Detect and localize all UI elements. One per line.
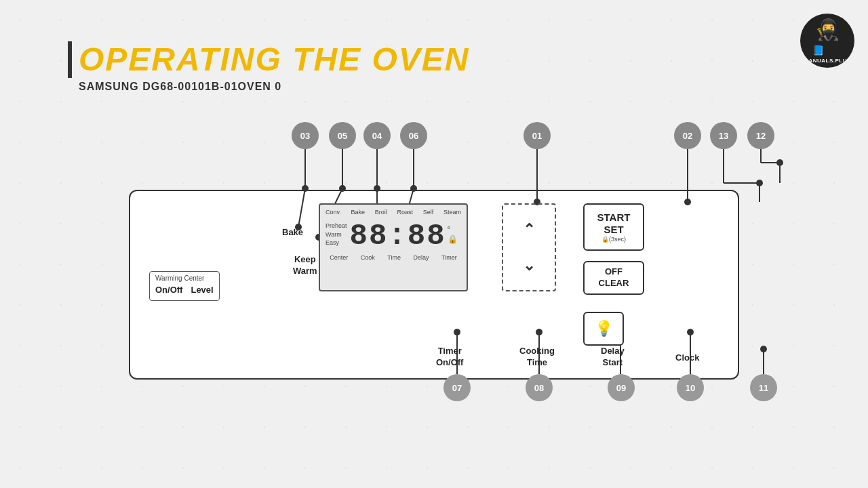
bake-label: Bake bbox=[282, 227, 303, 239]
delay-start-label: DelayStart bbox=[601, 346, 625, 369]
badge-04: 04 bbox=[363, 122, 391, 149]
off-clear-label: OFFCLEAR bbox=[599, 266, 629, 289]
badge-07: 07 bbox=[443, 374, 471, 401]
warming-center-label: Warming Center bbox=[155, 274, 214, 282]
indicator-delay: Delay bbox=[414, 254, 429, 261]
title-accent-bar bbox=[68, 41, 72, 78]
oven-diagram: 03 05 04 06 01 02 13 12 07 08 09 10 11 B… bbox=[108, 122, 760, 407]
badge-10: 10 bbox=[677, 374, 704, 401]
page-title: OPERATING THE OVEN bbox=[79, 41, 470, 78]
warming-center-box: Warming Center On/Off Level bbox=[149, 271, 220, 301]
indicator-timer: Timer bbox=[441, 254, 457, 261]
indicator-easy: Easy bbox=[326, 239, 347, 247]
display-left-indicators: Preheat Warm Easy bbox=[326, 222, 347, 247]
indicator-roast: Roast bbox=[397, 209, 413, 216]
clock-label: Clock bbox=[675, 352, 699, 364]
indicator-cook: Cook bbox=[361, 254, 375, 261]
display-bottom-indicators: Center Cook Time Delay Timer bbox=[326, 254, 461, 261]
indicator-center: Center bbox=[330, 254, 348, 261]
down-arrow-button[interactable]: ⌄ bbox=[523, 257, 535, 274]
start-set-label: STARTSET bbox=[597, 211, 631, 236]
warming-on-off-button[interactable]: On/Off bbox=[155, 285, 182, 295]
indicator-warm: Warm bbox=[326, 230, 347, 239]
indicator-bake: Bake bbox=[351, 209, 366, 216]
indicator-time: Time bbox=[387, 254, 401, 261]
page-subtitle: SAMSUNG DG68-00101B-01OVEN 0 bbox=[79, 81, 470, 93]
badge-12: 12 bbox=[747, 122, 774, 149]
logo: 🥷 📘 MANUALS.PLUS bbox=[800, 14, 854, 68]
badge-03: 03 bbox=[292, 122, 319, 149]
up-arrow-button[interactable]: ⌃ bbox=[523, 221, 535, 239]
display-screen: Conv. Bake Broil Roast Self Steam Prehea… bbox=[319, 203, 468, 291]
light-icon: 💡 bbox=[595, 320, 613, 338]
light-button[interactable]: 💡 bbox=[583, 312, 624, 346]
logo-book-icon: 📘 bbox=[812, 45, 824, 56]
badge-08: 08 bbox=[526, 374, 553, 401]
indicator-broil: Broil bbox=[375, 209, 387, 216]
logo-ninja-icon: 🥷 bbox=[815, 18, 840, 41]
logo-text: MANUALS.PLUS bbox=[804, 58, 851, 68]
warming-level-button[interactable]: Level bbox=[191, 285, 213, 295]
badge-02: 02 bbox=[674, 122, 701, 149]
display-top-indicators: Conv. Bake Broil Roast Self Steam bbox=[326, 209, 461, 216]
start-set-button[interactable]: STARTSET 🔒(3sec) bbox=[583, 203, 644, 251]
arrow-area[interactable]: ⌃ ⌄ bbox=[502, 203, 556, 291]
badge-06: 06 bbox=[400, 122, 427, 149]
svg-point-37 bbox=[760, 346, 767, 352]
svg-point-22 bbox=[756, 180, 763, 186]
display-digits: 88:88 bbox=[350, 219, 446, 253]
indicator-steam: Steam bbox=[443, 209, 461, 216]
badge-01: 01 bbox=[524, 122, 551, 149]
badge-11: 11 bbox=[750, 374, 777, 401]
lock-3sec-label: 🔒(3sec) bbox=[601, 236, 626, 243]
lock-symbol: 🔒 bbox=[448, 235, 458, 244]
indicator-self: Self bbox=[423, 209, 434, 216]
off-clear-button[interactable]: OFFCLEAR bbox=[583, 261, 644, 295]
badge-09: 09 bbox=[608, 374, 635, 401]
svg-point-26 bbox=[776, 159, 783, 166]
indicator-conv: Conv. bbox=[326, 209, 341, 216]
badge-05: 05 bbox=[329, 122, 356, 149]
badge-13: 13 bbox=[710, 122, 737, 149]
indicator-preheat: Preheat bbox=[326, 222, 347, 230]
keep-warm-label: KeepWarm bbox=[293, 254, 317, 277]
cooking-time-label: CookingTime bbox=[519, 346, 555, 369]
title-section: OPERATING THE OVEN SAMSUNG DG68-00101B-0… bbox=[68, 41, 470, 93]
timer-on-off-label: TimerOn/Off bbox=[436, 346, 463, 369]
degree-symbol: ° bbox=[448, 225, 458, 235]
